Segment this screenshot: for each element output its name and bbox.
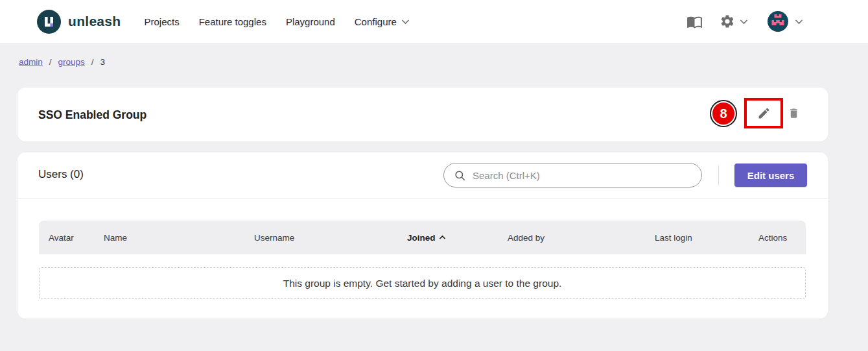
users-table-header: Avatar Name Username Joined Added by Las… bbox=[39, 221, 806, 254]
nav-item-projects[interactable]: Projects bbox=[144, 16, 179, 27]
annotation-step-badge: 8 bbox=[711, 101, 736, 126]
column-header-name[interactable]: Name bbox=[104, 233, 127, 243]
chevron-down-icon bbox=[795, 19, 803, 25]
sort-ascending-icon bbox=[439, 236, 446, 240]
edit-users-button[interactable]: Edit users bbox=[734, 163, 807, 187]
divider bbox=[718, 165, 719, 185]
edit-group-button[interactable] bbox=[757, 106, 771, 120]
column-header-joined-label: Joined bbox=[407, 233, 436, 243]
delete-group-button[interactable] bbox=[788, 106, 800, 123]
annotation-highlight bbox=[744, 98, 783, 128]
empty-group-message: This group is empty. Get started by addi… bbox=[39, 267, 806, 299]
divider bbox=[18, 199, 828, 199]
chevron-down-icon bbox=[740, 19, 748, 25]
breadcrumb-separator: / bbox=[91, 57, 94, 67]
breadcrumb-groups[interactable]: groups bbox=[58, 57, 85, 67]
annotation-step-number: 8 bbox=[720, 106, 727, 121]
search-icon bbox=[454, 169, 466, 182]
page: unleash Projects Feature toggles Playgro… bbox=[0, 0, 868, 351]
gear-icon bbox=[720, 14, 735, 29]
breadcrumb-current: 3 bbox=[100, 57, 106, 67]
group-header-card: SSO Enabled Group 8 bbox=[18, 88, 828, 141]
navbar-right bbox=[686, 11, 803, 32]
column-header-added-by[interactable]: Added by bbox=[508, 233, 545, 243]
users-card: Users (0) Edit users Avatar Name Usernam… bbox=[18, 152, 828, 319]
search-box[interactable] bbox=[443, 163, 702, 188]
brand-name: unleash bbox=[68, 14, 121, 29]
unleash-logo-icon bbox=[37, 10, 61, 34]
empty-group-text: This group is empty. Get started by addi… bbox=[283, 278, 562, 289]
column-header-username[interactable]: Username bbox=[254, 233, 294, 243]
column-header-actions[interactable]: Actions bbox=[758, 233, 787, 243]
page-title: SSO Enabled Group bbox=[38, 108, 147, 121]
nav-item-configure-label: Configure bbox=[355, 16, 397, 27]
users-section-title: Users (0) bbox=[38, 168, 84, 181]
column-header-joined[interactable]: Joined bbox=[407, 233, 446, 243]
breadcrumb-separator: / bbox=[49, 57, 52, 67]
breadcrumb-admin[interactable]: admin bbox=[19, 57, 43, 67]
nav-item-feature-toggles[interactable]: Feature toggles bbox=[199, 16, 266, 27]
column-header-last-login[interactable]: Last login bbox=[655, 233, 692, 243]
nav-item-configure[interactable]: Configure bbox=[355, 16, 410, 27]
column-header-avatar[interactable]: Avatar bbox=[49, 233, 74, 243]
unleash-logo[interactable]: unleash bbox=[37, 10, 121, 34]
chevron-down-icon bbox=[401, 19, 410, 25]
profile-menu[interactable] bbox=[768, 11, 803, 32]
pencil-icon bbox=[757, 106, 771, 120]
settings-menu[interactable] bbox=[720, 14, 748, 29]
top-navbar: unleash Projects Feature toggles Playgro… bbox=[0, 0, 868, 43]
main-nav: Projects Feature toggles Playground Conf… bbox=[144, 16, 409, 27]
breadcrumb: admin / groups / 3 bbox=[19, 57, 105, 67]
nav-item-playground[interactable]: Playground bbox=[286, 16, 335, 27]
avatar bbox=[768, 11, 788, 32]
book-icon[interactable] bbox=[686, 14, 703, 30]
trash-icon bbox=[788, 106, 800, 120]
search-input[interactable] bbox=[473, 170, 701, 181]
